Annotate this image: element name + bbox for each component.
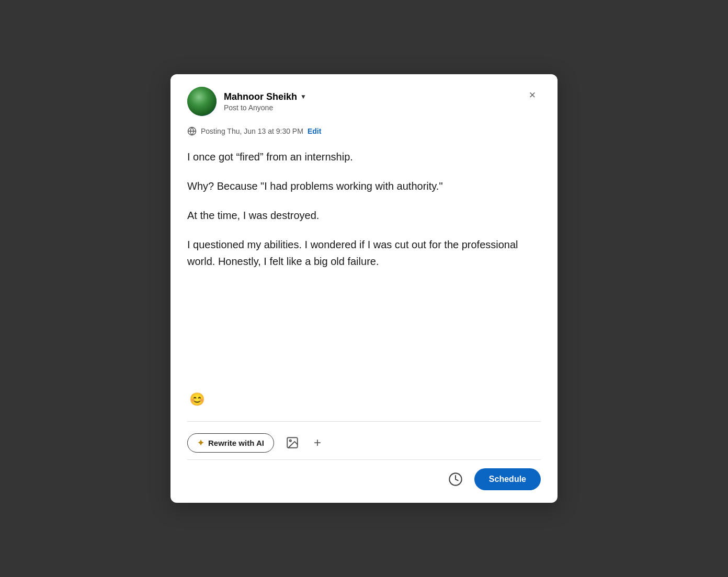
close-button[interactable]: × (524, 87, 541, 103)
post-audience: Post to Anyone (224, 103, 306, 112)
post-content[interactable]: I once got “fired” from an internship. W… (187, 148, 541, 375)
rewrite-ai-button[interactable]: ✦ Rewrite with AI (187, 433, 274, 453)
schedule-button[interactable]: Schedule (474, 468, 541, 490)
user-details: Mahnoor Sheikh ▼ Post to Anyone (224, 91, 306, 112)
post-modal: Mahnoor Sheikh ▼ Post to Anyone × Postin… (170, 74, 558, 503)
plus-icon: + (314, 435, 321, 450)
avatar-image (187, 87, 217, 116)
emoji-button[interactable]: 😊 (187, 390, 207, 409)
user-name: Mahnoor Sheikh (224, 91, 297, 102)
globe-icon (187, 126, 197, 136)
schedule-text: Posting Thu, Jun 13 at 9:30 PM (201, 127, 303, 135)
modal-footer: Schedule (187, 459, 541, 490)
content-paragraph-4: I questioned my abilities. I wondered if… (187, 236, 541, 270)
content-paragraph-1: I once got “fired” from an internship. (187, 148, 541, 165)
ai-star-icon: ✦ (197, 438, 204, 448)
dropdown-arrow-icon[interactable]: ▼ (300, 93, 306, 100)
add-more-button[interactable]: + (311, 432, 324, 453)
content-paragraph-3: At the time, I was destroyed. (187, 207, 541, 224)
schedule-info: Posting Thu, Jun 13 at 9:30 PM Edit (187, 126, 541, 136)
image-icon (286, 436, 299, 449)
toolbar: ✦ Rewrite with AI + (187, 426, 541, 459)
user-name-row: Mahnoor Sheikh ▼ (224, 91, 306, 102)
clock-button[interactable] (445, 469, 466, 490)
close-icon: × (529, 89, 536, 101)
content-paragraph-2: Why? Because "I had problems working wit… (187, 178, 541, 194)
image-upload-button[interactable] (282, 433, 302, 453)
svg-point-3 (290, 440, 291, 442)
divider (187, 421, 541, 422)
rewrite-ai-label: Rewrite with AI (208, 438, 264, 447)
modal-header: Mahnoor Sheikh ▼ Post to Anyone × (187, 87, 541, 116)
user-info: Mahnoor Sheikh ▼ Post to Anyone (187, 87, 306, 116)
emoji-section: 😊 (187, 390, 541, 409)
avatar (187, 87, 217, 116)
clock-icon (448, 472, 463, 487)
edit-schedule-link[interactable]: Edit (308, 127, 321, 135)
